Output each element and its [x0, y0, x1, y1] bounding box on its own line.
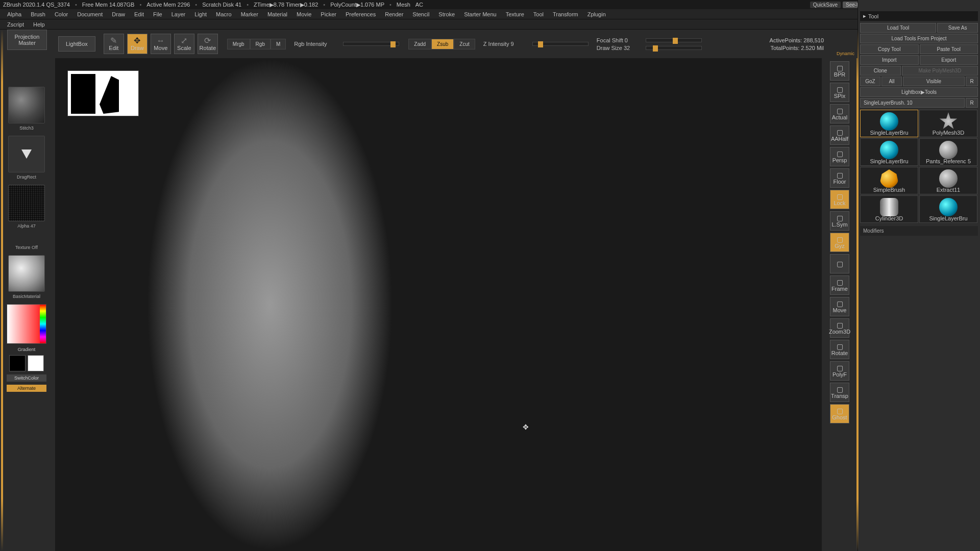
menu-file[interactable]: File — [149, 10, 166, 18]
menu-material[interactable]: Material — [263, 10, 291, 18]
goz-all-button[interactable]: All — [881, 77, 902, 86]
menu-preferences[interactable]: Preferences — [341, 10, 380, 18]
nav-aahalf-button[interactable]: ▢AAHalf — [830, 126, 849, 145]
menu-render[interactable]: Render — [381, 10, 407, 18]
tool-item-singlelayerbru[interactable]: SingleLayerBru — [860, 138, 918, 166]
scale-button[interactable]: ⤢Scale — [174, 34, 194, 54]
make-polymesh-button[interactable]: Make PolyMesh3D — [902, 66, 978, 76]
menu-stroke[interactable]: Stroke — [434, 10, 459, 18]
nav-floor-button[interactable]: ▢Floor — [830, 168, 849, 188]
tool-r-button[interactable]: R — [966, 98, 978, 108]
zsub-button[interactable]: Zsub — [431, 39, 454, 49]
import-button[interactable]: Import — [860, 55, 919, 65]
tool-item-pants-referenc-5[interactable]: Pants_Referenc 5 — [919, 138, 977, 166]
brush-thumbnail[interactable] — [8, 87, 45, 123]
stroke-thumbnail[interactable] — [8, 136, 45, 172]
nav-frame-button[interactable]: ▢Frame — [830, 276, 849, 295]
nav-gyz-button[interactable]: ▢Gyz — [830, 233, 849, 252]
tool-item-polymesh3d[interactable]: PolyMesh3D — [919, 110, 977, 137]
nav-polyf-button[interactable]: ▢PolyF — [830, 361, 849, 381]
menu-starter menu[interactable]: Starter Menu — [460, 10, 501, 18]
menu-movie[interactable]: Movie — [292, 10, 315, 18]
lightbox-tools-button[interactable]: Lightbox▶Tools — [860, 87, 978, 97]
projection-master-button[interactable]: Projection Master — [7, 30, 47, 50]
tool-item-simplebrush[interactable]: SimpleBrush — [860, 167, 918, 194]
menu-marker[interactable]: Marker — [237, 10, 262, 18]
left-tray-handle[interactable] — [1, 30, 3, 551]
quicksave-button[interactable]: QuickSave — [810, 2, 841, 8]
menu-transform[interactable]: Transform — [549, 10, 582, 18]
draw-button[interactable]: ✥Draw — [127, 34, 148, 54]
menu-picker[interactable]: Picker — [316, 10, 340, 18]
menu-zscript[interactable]: Zscript — [3, 20, 28, 29]
nav-bpr-button[interactable]: ▢BPR — [830, 61, 849, 81]
current-tool-name[interactable]: SingleLayerBrush. 10 — [860, 98, 965, 108]
export-button[interactable]: Export — [920, 55, 978, 65]
nav-zoom3d-button[interactable]: ▢Zoom3D — [830, 318, 849, 338]
viewport[interactable]: ✥ — [55, 58, 822, 551]
zcut-button[interactable]: Zcut — [454, 39, 475, 49]
paste-tool-button[interactable]: Paste Tool — [920, 44, 978, 54]
rotate-button[interactable]: ⟳Rotate — [198, 34, 218, 54]
menu-light[interactable]: Light — [190, 10, 211, 18]
alternate-button[interactable]: Alternate — [7, 385, 46, 392]
menu-document[interactable]: Document — [73, 10, 107, 18]
nav-rotate-button[interactable]: ▢Rotate — [830, 340, 849, 359]
primary-color-swatch[interactable] — [28, 355, 44, 371]
tool-item-singlelayerbru[interactable]: SingleLayerBru — [919, 195, 977, 223]
rgb-intensity-slider[interactable] — [343, 42, 399, 46]
nav-move-button[interactable]: ▢Move — [830, 297, 849, 316]
material-thumbnail[interactable] — [8, 255, 45, 292]
gradient-label[interactable]: Gradient — [18, 347, 36, 352]
nav-actual-button[interactable]: ▢Actual — [830, 104, 849, 123]
right-tray-handle[interactable] — [856, 30, 859, 551]
zadd-button[interactable]: Zadd — [408, 39, 431, 49]
alpha-thumbnail[interactable] — [8, 185, 45, 221]
focal-shift-slider[interactable] — [646, 38, 702, 42]
tool-item-extract11[interactable]: Extract11 — [919, 167, 977, 194]
menu-alpha[interactable]: Alpha — [3, 10, 26, 18]
nav-spix-button[interactable]: ▢SPix — [830, 83, 849, 102]
nav-lock-button[interactable]: ▢Lock — [830, 190, 849, 209]
mrgb-button[interactable]: Mrgb — [227, 39, 250, 49]
menu-help[interactable]: Help — [29, 20, 49, 29]
menu-stencil[interactable]: Stencil — [408, 10, 433, 18]
m-button[interactable]: M — [271, 39, 286, 49]
goz-visible-button[interactable]: Visible — [903, 77, 965, 86]
edit-button[interactable]: ✎Edit — [104, 34, 124, 54]
copy-tool-button[interactable]: Copy Tool — [860, 44, 919, 54]
lightbox-button[interactable]: LightBox — [58, 36, 95, 52]
clone-button[interactable]: Clone — [860, 66, 901, 76]
z-intensity-slider[interactable] — [532, 42, 589, 46]
rgb-button[interactable]: Rgb — [250, 39, 271, 49]
draw-size-slider[interactable] — [646, 46, 702, 50]
menu-zplugin[interactable]: Zplugin — [583, 10, 610, 18]
menu-texture[interactable]: Texture — [502, 10, 528, 18]
menu-macro[interactable]: Macro — [212, 10, 236, 18]
nav-l.sym-button[interactable]: ▢L.Sym — [830, 211, 849, 231]
load-tool-button[interactable]: Load Tool — [860, 23, 936, 33]
move-button[interactable]: ↔Move — [151, 34, 171, 54]
nav-blank-button[interactable]: ▢ — [830, 254, 849, 273]
goz-button[interactable]: GoZ — [860, 77, 880, 86]
secondary-color-swatch[interactable] — [9, 355, 26, 371]
save-as-button[interactable]: Save As — [937, 23, 978, 33]
nav-transp-button[interactable]: ▢Transp — [830, 383, 849, 402]
nav-persp-button[interactable]: ▢Persp — [830, 147, 849, 166]
menu-layer[interactable]: Layer — [167, 10, 190, 18]
switchcolor-button[interactable]: SwitchColor — [7, 374, 46, 382]
load-tools-project-button[interactable]: Load Tools From Project — [860, 34, 978, 43]
dynamic-label[interactable]: Dynamic — [837, 51, 854, 56]
menu-tool[interactable]: Tool — [529, 10, 548, 18]
tool-item-singlelayerbru[interactable]: SingleLayerBru — [860, 110, 918, 137]
menu-draw[interactable]: Draw — [108, 10, 129, 18]
color-picker[interactable] — [7, 304, 46, 344]
tool-panel-header[interactable]: ▸ Tool — [860, 11, 978, 21]
menu-color[interactable]: Color — [51, 10, 72, 18]
modifiers-section[interactable]: Modifiers — [860, 226, 978, 236]
goz-r-button[interactable]: R — [966, 77, 978, 86]
nav-ghost-button[interactable]: ▢Ghost — [830, 404, 849, 423]
tool-item-cylinder3d[interactable]: Cylinder3D — [860, 195, 918, 223]
menu-brush[interactable]: Brush — [27, 10, 50, 18]
menu-edit[interactable]: Edit — [130, 10, 148, 18]
